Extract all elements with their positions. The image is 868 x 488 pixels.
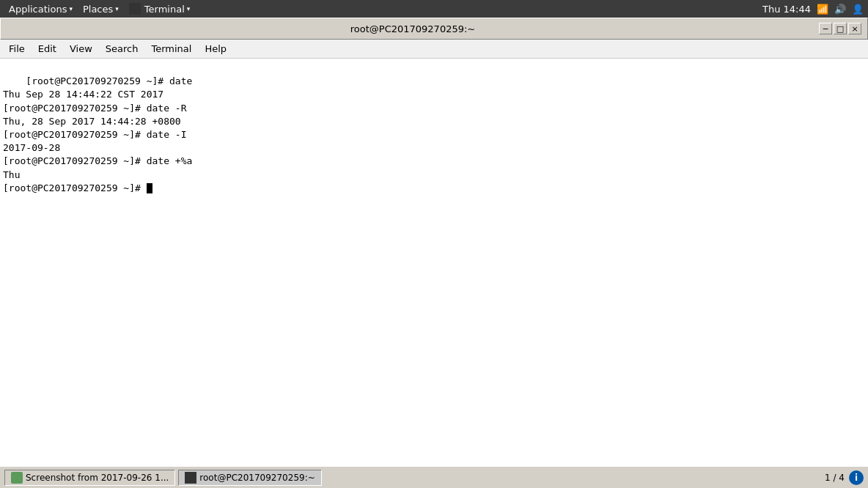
system-bar-right: Thu 14:44 📶 🔊 👤 [762, 4, 864, 15]
system-bar: Applications ▾ Places ▾ Terminal ▾ Thu 1… [0, 0, 868, 18]
menu-help[interactable]: Help [199, 41, 232, 56]
terminal-menu[interactable]: Terminal ▾ [125, 1, 194, 16]
pager-display: 1 / 4 [825, 473, 845, 483]
terminal-arrow-icon: ▾ [187, 5, 191, 12]
taskbar-left: Screenshot from 2017-09-26 1... root@PC2… [4, 470, 322, 486]
volume-icon: 🔊 [834, 4, 846, 15]
taskbar: Screenshot from 2017-09-26 1... root@PC2… [0, 466, 868, 488]
applications-label: Applications [9, 4, 67, 15]
maximize-button[interactable]: □ [834, 23, 847, 34]
user-icon: 👤 [852, 4, 864, 15]
places-label: Places [83, 4, 113, 15]
terminal-icon [129, 3, 141, 15]
window-controls: − □ × [819, 23, 861, 34]
menu-terminal[interactable]: Terminal [145, 41, 197, 56]
taskbar-terminal-item[interactable]: root@PC201709270259:~ [178, 470, 321, 486]
taskbar-right: 1 / 4 i [825, 470, 864, 485]
taskbar-screenshot-item[interactable]: Screenshot from 2017-09-26 1... [4, 470, 175, 486]
applications-menu[interactable]: Applications ▾ [4, 2, 77, 16]
title-bar: root@PC201709270259:~ − □ × [0, 18, 868, 40]
window-title: root@PC201709270259:~ [7, 23, 819, 34]
places-menu[interactable]: Places ▾ [78, 2, 123, 16]
terminal-content[interactable]: [root@PC201709270259 ~]# date Thu Sep 28… [0, 59, 868, 466]
applications-arrow-icon: ▾ [69, 5, 73, 12]
terminal-window: root@PC201709270259:~ − □ × File Edit Vi… [0, 18, 868, 466]
minimize-button[interactable]: − [819, 23, 832, 34]
menu-search[interactable]: Search [100, 41, 144, 56]
menu-edit[interactable]: Edit [32, 41, 62, 56]
terminal-taskbar-label: root@PC201709270259:~ [199, 473, 315, 483]
notification-icon[interactable]: i [849, 470, 864, 485]
menu-file[interactable]: File [3, 41, 31, 56]
menu-view[interactable]: View [64, 41, 98, 56]
places-arrow-icon: ▾ [115, 5, 119, 12]
screenshot-taskbar-icon [11, 472, 23, 484]
menu-bar: File Edit View Search Terminal Help [0, 40, 868, 59]
terminal-line-1: [root@PC201709270259 ~]# date Thu Sep 28… [3, 75, 192, 193]
wifi-icon: 📶 [817, 4, 828, 15]
clock-display: Thu 14:44 [762, 4, 811, 15]
screenshot-taskbar-label: Screenshot from 2017-09-26 1... [26, 473, 169, 483]
terminal-taskbar-icon [185, 472, 196, 484]
cursor [147, 183, 152, 193]
close-button[interactable]: × [848, 23, 861, 34]
system-bar-left: Applications ▾ Places ▾ Terminal ▾ [4, 1, 194, 16]
terminal-label: Terminal [144, 4, 185, 15]
notification-label: i [855, 473, 858, 483]
